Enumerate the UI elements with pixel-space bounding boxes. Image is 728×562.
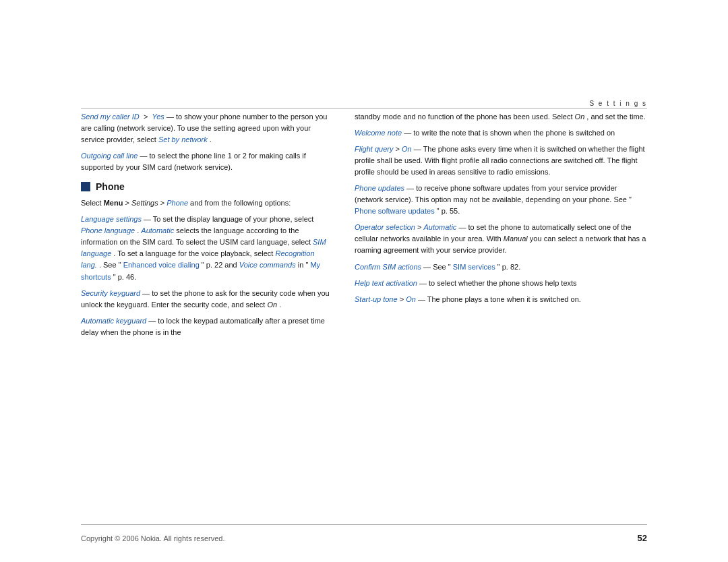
- link-voice-commands[interactable]: Voice commands: [239, 261, 296, 269]
- startup-sep: >: [400, 295, 406, 303]
- phone-intro-text2: and from the following options:: [190, 199, 291, 207]
- confirm-sim-text2: " p. 82.: [497, 263, 520, 271]
- language-settings-text8: " p. 46.: [113, 273, 136, 281]
- link-operator-selection[interactable]: Operator selection: [355, 223, 415, 231]
- para-startup-tone: Start-up tone > On — The phone plays a t…: [355, 294, 647, 305]
- standby-text2: , and set the time.: [586, 113, 645, 121]
- language-settings-text1: — To set the display language of your ph…: [144, 215, 313, 223]
- phone-updates-text2: " p. 55.: [437, 207, 460, 215]
- on-standby: On: [575, 113, 585, 121]
- content-area: Send my caller ID > Yes — to show your p…: [81, 111, 647, 522]
- para-flight-query: Flight query > On — The phone asks every…: [355, 144, 647, 178]
- link-operator-automatic[interactable]: Automatic: [423, 223, 456, 231]
- link-phone-settings[interactable]: Phone: [166, 199, 188, 207]
- caller-id-end: .: [210, 135, 212, 144]
- help-text-text: — to select whether the phone shows help…: [419, 279, 577, 287]
- footer-copyright: Copyright © 2006 Nokia. All rights reser…: [81, 534, 225, 542]
- section-label: S e t t i n g s: [589, 100, 647, 107]
- link-language-settings[interactable]: Language settings: [81, 215, 142, 223]
- security-keyguard-end: .: [279, 301, 281, 309]
- phone-title: Phone: [96, 181, 125, 192]
- language-settings-text5: . See ": [99, 261, 121, 269]
- flight-query-sep: >: [396, 145, 402, 153]
- para-confirm-sim: Confirm SIM actions — See " SIM services…: [355, 261, 647, 273]
- para-phone-updates: Phone updates — to receive phone softwar…: [355, 183, 647, 217]
- para-caller-id: Send my caller ID > Yes — to show your p…: [81, 111, 330, 146]
- link-security-keyguard[interactable]: Security keyguard: [81, 289, 140, 297]
- phone-intro: Select Menu > Settings > Phone and from …: [81, 197, 330, 209]
- link-confirm-sim[interactable]: Confirm SIM actions: [355, 263, 421, 271]
- bottom-divider: [81, 524, 647, 525]
- link-enhanced-voice[interactable]: Enhanced voice dialing: [123, 261, 200, 269]
- link-outgoing-call[interactable]: Outgoing call line: [81, 152, 138, 160]
- link-yes[interactable]: Yes: [152, 113, 164, 121]
- para-help-text: Help text activation — to select whether…: [355, 278, 647, 289]
- para-outgoing-call: Outgoing call line — to select the phone…: [81, 150, 330, 173]
- para-language-settings: Language settings — To set the display l…: [81, 214, 330, 282]
- phone-intro-text1: Select Menu > Settings >: [81, 199, 166, 207]
- para-security-keyguard: Security keyguard — to set the phone to …: [81, 288, 330, 311]
- link-phone-software-updates[interactable]: Phone software updates: [355, 207, 435, 215]
- manual-text: Manual: [504, 235, 528, 243]
- para-operator-selection: Operator selection > Automatic — to set …: [355, 222, 647, 256]
- footer-page-number: 52: [638, 533, 647, 543]
- link-phone-language[interactable]: Phone language: [81, 226, 135, 235]
- link-startup-on[interactable]: On: [406, 295, 416, 303]
- section-header: S e t t i n g s: [589, 100, 647, 107]
- para-welcome-note: Welcome note — to write the note that is…: [355, 127, 647, 139]
- link-caller-id[interactable]: Send my caller ID: [81, 113, 140, 121]
- phone-icon: [81, 182, 90, 191]
- para-automatic-keyguard: Automatic keyguard — to lock the keypad …: [81, 315, 330, 338]
- top-divider: [81, 108, 647, 108]
- standby-text1: standby mode and no function of the phon…: [355, 113, 575, 121]
- on-text: On: [267, 301, 277, 309]
- page: S e t t i n g s Send my caller ID > Yes …: [0, 0, 728, 562]
- language-settings-text7: in ": [298, 261, 309, 269]
- startup-text: — The phone plays a tone when it is swit…: [418, 295, 581, 303]
- link-automatic-keyguard[interactable]: Automatic keyguard: [81, 317, 146, 325]
- link-automatic[interactable]: Automatic: [141, 226, 174, 235]
- link-startup-tone[interactable]: Start-up tone: [355, 295, 398, 303]
- link-set-by-network[interactable]: Set by network: [158, 135, 208, 144]
- language-settings-text4: . To set a language for the voice playba…: [113, 249, 275, 257]
- operator-sep: >: [417, 223, 423, 231]
- confirm-sim-text1: — See ": [423, 263, 451, 271]
- link-help-text[interactable]: Help text activation: [355, 279, 417, 287]
- link-flight-on[interactable]: On: [402, 145, 412, 153]
- para-standby: standby mode and no function of the phon…: [355, 111, 647, 123]
- right-column: standby mode and no function of the phon…: [355, 111, 647, 522]
- phone-section-heading: Phone: [81, 181, 330, 192]
- link-welcome-note[interactable]: Welcome note: [355, 129, 402, 137]
- footer: Copyright © 2006 Nokia. All rights reser…: [81, 533, 647, 543]
- left-column: Send my caller ID > Yes — to show your p…: [81, 111, 330, 522]
- link-phone-updates[interactable]: Phone updates: [355, 184, 404, 192]
- link-sim-services[interactable]: SIM services: [453, 263, 495, 271]
- link-flight-query[interactable]: Flight query: [355, 145, 393, 153]
- language-settings-text6: " p. 22 and: [202, 261, 239, 269]
- welcome-note-text: — to write the note that is shown when t…: [404, 129, 615, 137]
